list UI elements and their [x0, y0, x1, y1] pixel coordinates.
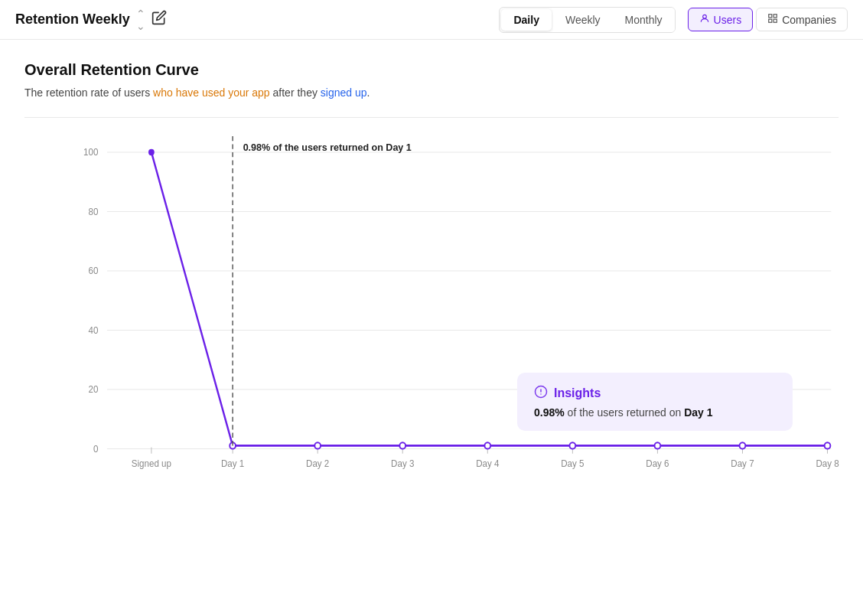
svg-text:20: 20 [88, 384, 98, 396]
app-header: Retention Weekly ⌃⌄ Daily Weekly Monthly… [0, 0, 863, 40]
svg-rect-4 [773, 19, 777, 22]
daily-button[interactable]: Daily [501, 9, 551, 31]
svg-point-37 [314, 442, 321, 448]
period-selector: Daily Weekly Monthly [499, 7, 675, 33]
svg-point-43 [825, 442, 831, 448]
svg-point-35 [148, 149, 155, 155]
svg-point-39 [484, 442, 490, 448]
chevron-down-icon[interactable]: ⌃⌄ [136, 8, 145, 32]
segment-selector: Users Companies [688, 8, 848, 31]
insights-title: Insights [554, 386, 601, 400]
svg-text:Day 3: Day 3 [391, 458, 415, 469]
svg-text:40: 40 [88, 324, 98, 336]
monthly-button[interactable]: Monthly [613, 8, 675, 32]
svg-point-41 [655, 442, 661, 448]
insights-header: Insights [534, 385, 776, 402]
main-content: Overall Retention Curve The retention ra… [0, 40, 863, 519]
svg-point-38 [399, 442, 405, 448]
section-title: Overall Retention Curve [24, 61, 839, 79]
insights-percentage: 0.98% [534, 406, 565, 419]
weekly-button[interactable]: Weekly [553, 8, 613, 32]
header-right: Daily Weekly Monthly Users Companies [499, 7, 848, 33]
svg-text:80: 80 [88, 206, 98, 217]
section-divider [24, 117, 839, 118]
svg-text:Day 1: Day 1 [221, 458, 245, 469]
insights-icon [534, 385, 548, 402]
chart-area: 100 80 60 40 20 0 Signed up Day 1 [63, 136, 839, 473]
insights-day: Day 1 [684, 406, 712, 419]
svg-rect-3 [769, 19, 772, 22]
companies-icon [767, 13, 778, 26]
svg-text:Day 6: Day 6 [646, 458, 669, 469]
user-icon [699, 13, 710, 26]
page-title: Retention Weekly [15, 11, 130, 28]
svg-text:0: 0 [93, 443, 99, 455]
companies-label: Companies [782, 14, 836, 26]
svg-text:Day 4: Day 4 [476, 458, 500, 469]
users-label: Users [714, 14, 742, 26]
chart-container: 100 80 60 40 20 0 Signed up Day 1 [24, 136, 839, 504]
insights-text: 0.98% of the users returned on Day 1 [534, 406, 776, 419]
svg-text:Day 7: Day 7 [731, 458, 754, 469]
insights-text-mid: of the users returned on [568, 406, 685, 419]
svg-point-0 [702, 15, 706, 18]
svg-point-40 [569, 442, 575, 448]
svg-text:0.98% of the users returned on: 0.98% of the users returned on Day 1 [243, 141, 412, 153]
svg-text:Day 5: Day 5 [561, 458, 585, 469]
desc-mid: after they [270, 86, 321, 99]
svg-text:100: 100 [83, 147, 99, 158]
users-button[interactable]: Users [688, 8, 754, 31]
edit-icon[interactable] [151, 10, 167, 29]
svg-text:Signed up: Signed up [132, 458, 171, 469]
header-left: Retention Weekly ⌃⌄ [15, 8, 167, 32]
companies-button[interactable]: Companies [756, 8, 848, 31]
insights-box: Insights 0.98% of the users returned on … [517, 373, 793, 431]
svg-text:60: 60 [88, 266, 98, 277]
svg-text:Day 2: Day 2 [306, 458, 330, 469]
svg-rect-1 [769, 15, 772, 18]
svg-point-42 [740, 442, 746, 448]
desc-highlight-signed: signed up [321, 86, 367, 99]
svg-rect-2 [773, 15, 777, 18]
desc-suffix: . [367, 86, 370, 99]
section-description: The retention rate of users who have use… [24, 86, 839, 99]
svg-text:Day 8: Day 8 [816, 458, 839, 469]
desc-highlight-who: who have used your app [153, 86, 270, 99]
desc-prefix: The retention rate of users [24, 86, 153, 99]
